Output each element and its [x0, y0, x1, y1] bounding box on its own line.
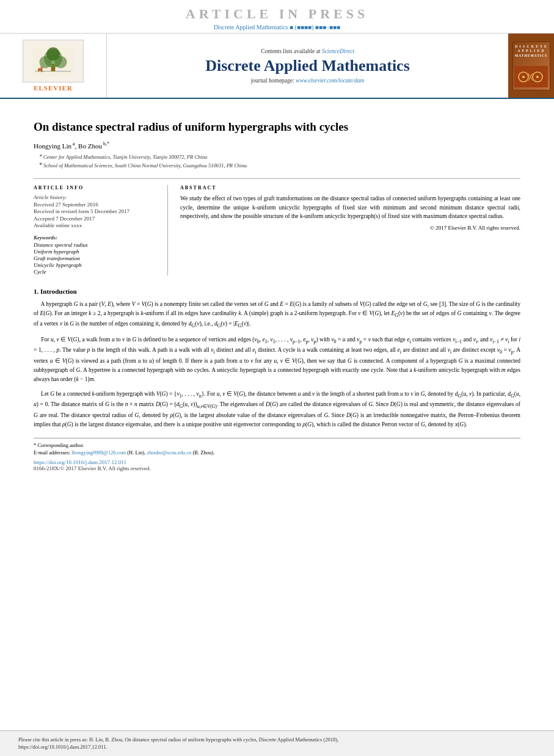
- citation-text: Please cite this article in press as: H.…: [18, 736, 536, 752]
- dam-logo-top: D I S C R E T EA P P L I E DMATHEMATICS: [515, 45, 547, 59]
- keywords-block: Keywords: Distance spectral radius Unifo…: [34, 234, 159, 275]
- svg-point-15: [522, 76, 525, 78]
- homepage-line: journal homepage: www.elsevier.com/locat…: [251, 78, 365, 84]
- article-info-label: ARTICLE INFO: [34, 185, 159, 191]
- elsevier-logo-section: ELSEVIER: [0, 34, 107, 98]
- homepage-url[interactable]: www.elsevier.com/locate/dam: [296, 78, 364, 84]
- doi-line[interactable]: https://doi.org/10.1016/j.dam.2017.12.01…: [34, 459, 520, 465]
- journal-header: ELSEVIER Contents lists available at Sci…: [0, 34, 554, 99]
- journal-name-center: Contents lists available at ScienceDirec…: [107, 34, 508, 98]
- aip-title: ARTICLE IN PRESS: [0, 6, 554, 22]
- history-received: Received 27 September 2016: [34, 202, 159, 208]
- contents-line: Contents lists available at ScienceDirec…: [261, 48, 354, 54]
- email-2[interactable]: zhoubo@scnu.edu.cn: [147, 449, 191, 456]
- authors-line: Hongying Lin a, Bo Zhou b,*: [34, 141, 520, 150]
- article-info-abstract: ARTICLE INFO Article history: Received 2…: [34, 178, 520, 275]
- svg-point-16: [536, 76, 539, 78]
- journal-name: Discrete Applied Mathematics: [205, 57, 410, 75]
- author-2-name: Bo Zhou: [78, 142, 102, 149]
- keyword-1: Distance spectral radius: [34, 242, 159, 248]
- elsevier-logo: ELSEVIER: [23, 40, 84, 92]
- history-accepted: Accepted 7 December 2017: [34, 216, 159, 222]
- keyword-5: Cycle: [34, 269, 159, 275]
- svg-rect-9: [38, 68, 42, 71]
- journal-ref: Discrete Applied Mathematics ■ (■■■■) ■■…: [0, 24, 554, 31]
- dam-logo-section: D I S C R E T EA P P L I E DMATHEMATICS: [508, 34, 554, 98]
- article-history: Article history: Received 27 September 2…: [34, 194, 159, 228]
- history-label-item: Article history:: [34, 194, 159, 200]
- logo-tree-box: [23, 40, 84, 82]
- sciencedirect-link[interactable]: ScienceDirect: [322, 48, 354, 54]
- keyword-4: Unicyclic hypergraph: [34, 262, 159, 268]
- intro-heading: 1. Introduction: [34, 288, 520, 295]
- author-1-name: Hongying Lin: [34, 142, 71, 149]
- article-info-column: ARTICLE INFO Article history: Received 2…: [34, 185, 168, 275]
- history-revised: Received in revised form 5 December 2017: [34, 208, 159, 214]
- abstract-text: We study the effect of two types of graf…: [180, 194, 520, 221]
- svg-rect-10: [514, 66, 548, 87]
- email-line: E-mail addresses: lhongying0908@126.com …: [34, 449, 520, 456]
- abstract-label: ABSTRACT: [180, 185, 520, 191]
- intro-paragraph-2: For u, v ∈ V(G), a walk from u to v in G…: [34, 335, 520, 385]
- footnote-section: * Corresponding author. E-mail addresses…: [34, 438, 520, 456]
- keywords-label: Keywords:: [34, 234, 159, 241]
- elsevier-wordmark: ELSEVIER: [34, 84, 73, 92]
- corresponding-author-note: * Corresponding author.: [34, 442, 520, 448]
- dam-logo-box: D I S C R E T EA P P L I E DMATHEMATICS: [512, 42, 550, 90]
- article-in-press-banner: ARTICLE IN PRESS Discrete Applied Mathem…: [0, 0, 554, 34]
- keyword-3: Graft transformation: [34, 255, 159, 261]
- affiliation-a: a Center for Applied Mathematics, Tianji…: [34, 153, 520, 160]
- citation-bar: Please cite this article in press as: H.…: [0, 730, 554, 757]
- intro-paragraph-1: A hypergraph G is a pair (V, E), where V…: [34, 300, 520, 330]
- main-content: On distance spectral radius of uniform h…: [0, 99, 554, 484]
- article-title: On distance spectral radius of uniform h…: [34, 120, 520, 135]
- copyright-line: © 2017 Elsevier B.V. All rights reserved…: [180, 225, 520, 231]
- introduction-section: 1. Introduction A hypergraph G is a pair…: [34, 288, 520, 430]
- affiliation-b-text: School of Mathematical Sciences, South C…: [43, 162, 247, 169]
- svg-point-6: [46, 48, 60, 61]
- email-1[interactable]: lhongying0908@126.com: [71, 449, 126, 456]
- affiliation-a-text: Center for Applied Mathematics, Tianjin …: [43, 154, 208, 160]
- history-online: Available online xxxx: [34, 222, 159, 228]
- issn-line: 0166-218X/© 2017 Elsevier B.V. All right…: [34, 465, 520, 471]
- keyword-2: Uniform hypergraph: [34, 249, 159, 255]
- affiliation-b: b School of Mathematical Sciences, South…: [34, 161, 520, 169]
- intro-paragraph-3: Let G be a connected k-uniform hypergrap…: [34, 390, 520, 430]
- abstract-column: ABSTRACT We study the effect of two type…: [180, 185, 520, 275]
